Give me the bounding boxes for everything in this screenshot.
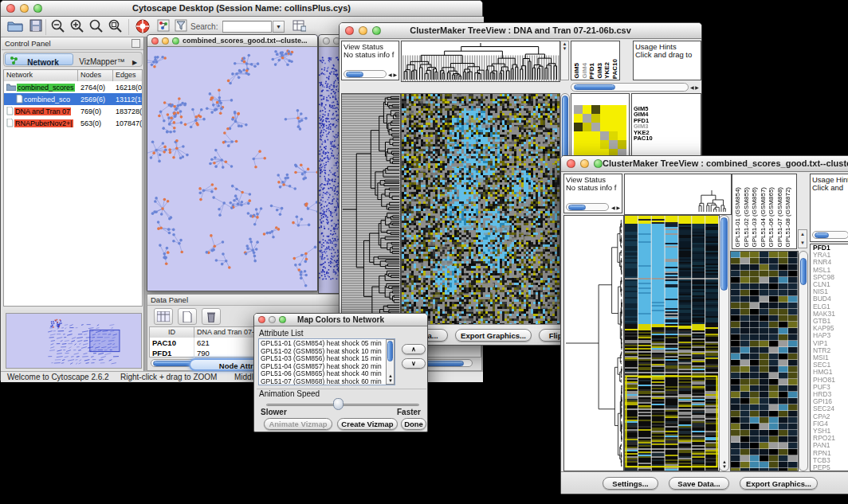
minimize-button[interactable] — [162, 37, 169, 45]
row-dendrogram-canvas[interactable] — [563, 215, 624, 471]
export-graphics-button[interactable]: Export Graphics... — [740, 477, 818, 490]
gene-label[interactable]: PAC10 — [632, 135, 701, 141]
column-dendrogram-canvas[interactable] — [401, 41, 560, 82]
create-vizmap-button[interactable]: Create Vizmap — [337, 418, 398, 430]
close-button[interactable] — [258, 316, 265, 323]
scrollbar-thumb[interactable] — [815, 232, 829, 238]
zoom-window-button[interactable] — [594, 159, 603, 168]
lifesaver-icon — [135, 19, 150, 33]
tab-network[interactable]: Network — [5, 53, 73, 65]
label-scroll-arrows[interactable]: ▲▼ — [798, 229, 807, 248]
listbox-vscrollbar[interactable]: ▲▼ — [386, 339, 395, 385]
speed-slider-thumb[interactable] — [333, 398, 344, 410]
scroll-arrows[interactable]: ◀ ▶ — [690, 85, 699, 90]
tab-vizmapper-label: VizMapper™ — [79, 57, 125, 66]
button-label: ∧ — [411, 346, 416, 353]
attribute-listbox[interactable]: GPL51-01 (GSM854) heat shock 05 minGPL51… — [258, 338, 395, 385]
birdseye-view-canvas[interactable] — [6, 313, 142, 369]
network-row[interactable]: RNAPuberNov2+| 563(0) 107847(0) — [4, 117, 142, 129]
network-view-title-bar[interactable]: combined_scores_good.txt--cluste... — [147, 35, 317, 47]
network-row[interactable]: combined_scores 2764(0) 16218(0) — [4, 81, 142, 93]
move-up-button[interactable]: ∧ — [402, 344, 426, 354]
scroll-arrows[interactable]: ▲▼ — [722, 459, 727, 469]
network-name: combined_sco — [24, 96, 70, 104]
scroll-arrows[interactable]: ◀ ▶ — [388, 72, 397, 77]
zoom-hscrollbar[interactable] — [571, 83, 689, 92]
treeview1-title-bar[interactable]: ClusterMaker TreeView : DNA and Tran 07-… — [340, 23, 701, 39]
vizmapper-tool-button[interactable] — [154, 19, 173, 35]
search-input[interactable] — [222, 21, 272, 33]
zoom-fit-button[interactable] — [87, 19, 106, 35]
move-down-button[interactable]: ∨ — [402, 358, 426, 369]
row-dendrogram-canvas[interactable] — [341, 93, 401, 326]
main-title-bar[interactable]: Cytoscape Desktop (Session Name: collins… — [1, 1, 482, 17]
network-graph-canvas[interactable] — [147, 47, 317, 291]
float-panel-icon[interactable] — [132, 39, 140, 48]
minimize-button[interactable] — [269, 316, 276, 323]
network-row-selected[interactable]: combined_sco 2569(6) 13112(15) — [4, 93, 142, 105]
zoom-selected-button[interactable] — [106, 19, 125, 35]
view-status-scrollbar[interactable] — [566, 203, 609, 211]
array-label: GPL51-03 (GSM856) — [751, 187, 760, 248]
treeview2-title-bar[interactable]: ClusterMaker TreeView : combined_scores_… — [561, 156, 848, 172]
zoom-vscrollbar[interactable] — [799, 251, 808, 471]
status-zoom-hint: Right-click + drag to ZOOM — [120, 373, 217, 381]
column-dendrogram-canvas[interactable] — [624, 174, 732, 215]
animate-vizmap-button[interactable]: Animate Vizmap — [264, 418, 332, 430]
dialog-title-bar[interactable]: Map Colors to Network — [254, 314, 427, 326]
search-dropdown-button[interactable]: ▼ — [273, 21, 285, 33]
zoom-window-button[interactable] — [279, 316, 286, 323]
export-graphics-button[interactable]: Export Graphics... — [455, 329, 532, 342]
zoom-window-button[interactable] — [172, 37, 179, 45]
col-header-id[interactable]: ID — [150, 327, 194, 338]
scrollbar-thumb[interactable] — [800, 258, 807, 285]
scrollbar-thumb[interactable] — [574, 84, 615, 90]
open-session-button[interactable] — [6, 19, 25, 35]
col-header-edges[interactable]: Edges — [113, 70, 142, 81]
zoom-in-button[interactable] — [68, 19, 87, 35]
save-data-button[interactable]: Save Data... — [669, 477, 729, 490]
select-attributes-button[interactable] — [154, 308, 173, 325]
help-button[interactable] — [133, 19, 152, 35]
attribute-browser-tool-button[interactable] — [289, 19, 308, 35]
minimize-button[interactable] — [359, 26, 367, 35]
col-header-nodes[interactable]: Nodes — [78, 70, 113, 81]
tree-scroll-arrows[interactable]: ▲▼ — [560, 41, 569, 80]
close-button[interactable] — [6, 4, 15, 13]
trash-icon — [206, 311, 216, 322]
zoom-out-button[interactable] — [49, 19, 68, 35]
network-row[interactable]: DNA and Tran 07 769(0) 183728(0) — [4, 105, 142, 117]
close-button[interactable] — [323, 37, 330, 45]
close-button[interactable] — [151, 37, 159, 45]
network-table: Network Nodes Edges combined_scores 2764… — [3, 69, 143, 307]
zoom-matrix-canvas[interactable] — [574, 105, 626, 158]
usage-hints-scrollbar[interactable] — [812, 231, 848, 239]
filter-tool-button[interactable] — [171, 19, 190, 35]
done-button[interactable]: Done — [401, 418, 426, 430]
heatmap-vscrollbar[interactable]: ▲▼ — [719, 215, 729, 471]
zoom-view-canvas[interactable] — [730, 251, 799, 471]
scroll-arrows[interactable]: ◀ ▶ — [611, 205, 620, 210]
scrollbar-thumb[interactable] — [346, 72, 363, 77]
view-status-scrollbar[interactable] — [344, 70, 387, 78]
minimize-button[interactable] — [580, 159, 589, 168]
scrollbar-thumb[interactable] — [387, 341, 393, 361]
delete-attribute-button[interactable] — [202, 308, 221, 325]
heatmap-canvas[interactable] — [401, 93, 560, 326]
close-button[interactable] — [345, 26, 354, 35]
heatmap-canvas[interactable] — [624, 215, 720, 471]
attribute-item[interactable]: GPL51-07 (GSM868) heat shock 60 min — [259, 378, 385, 385]
tab-vizmapper[interactable]: VizMapper™ — [74, 53, 130, 65]
network-nodes-icon — [157, 19, 170, 32]
scrollbar-thumb[interactable] — [720, 217, 728, 291]
scroll-arrows[interactable]: ▲▼ — [388, 373, 393, 383]
save-session-button[interactable] — [26, 19, 45, 35]
settings-button[interactable]: Settings... — [603, 477, 658, 490]
close-button[interactable] — [567, 159, 575, 168]
col-header-network[interactable]: Network — [4, 70, 78, 81]
scrollbar-thumb[interactable] — [568, 205, 586, 210]
animation-speed-label: Animation Speed — [259, 389, 320, 398]
create-attribute-button[interactable] — [178, 308, 197, 325]
tab-overflow-button[interactable]: ▶ — [129, 53, 140, 65]
minimize-button[interactable] — [20, 4, 29, 13]
